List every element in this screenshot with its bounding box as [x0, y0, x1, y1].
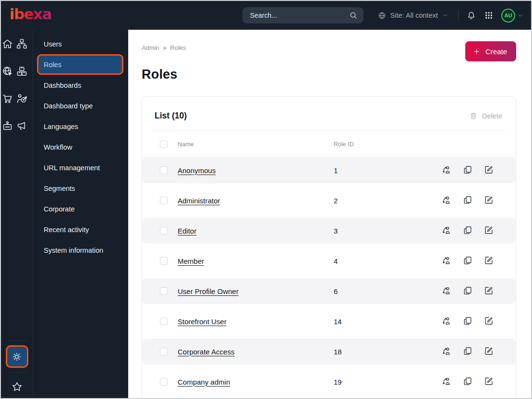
ibexa-logo[interactable]: ibexa [10, 7, 51, 24]
create-button[interactable]: Create [465, 41, 516, 61]
sidebar-item-recent-activity[interactable]: Recent activity [33, 219, 128, 240]
app-switcher-button[interactable] [484, 11, 494, 20]
sidebar-item-label: System information [44, 246, 103, 254]
role-name-link[interactable]: Company admin [178, 378, 230, 386]
rail-bottom [1, 336, 33, 394]
edit-button[interactable] [483, 346, 495, 357]
copy-button[interactable] [462, 195, 473, 206]
select-all-checkbox[interactable] [160, 141, 168, 148]
edit-button[interactable] [483, 195, 495, 206]
row-actions [441, 346, 495, 357]
edit-button[interactable] [483, 285, 495, 297]
role-name-link[interactable]: Editor [178, 227, 196, 235]
row-checkbox[interactable] [160, 257, 168, 265]
assign-button[interactable] [441, 255, 452, 267]
assign-button[interactable] [441, 376, 452, 387]
assign-button[interactable] [441, 316, 452, 327]
sidebar-item-label: Corporate [44, 205, 74, 213]
role-name-link[interactable]: Storefront User [178, 317, 227, 326]
copy-button[interactable] [462, 255, 473, 267]
copy-button[interactable] [462, 225, 473, 236]
row-checkbox[interactable] [160, 197, 168, 204]
copy-icon [462, 285, 473, 296]
role-name-link[interactable]: Anonymous [178, 166, 216, 175]
row-actions [441, 225, 495, 236]
copy-button[interactable] [462, 376, 473, 387]
bookmarks-button[interactable] [11, 381, 23, 393]
sidebar-item-roles[interactable]: Roles [37, 54, 123, 75]
edit-button[interactable] [483, 376, 495, 387]
row-actions [441, 316, 495, 327]
role-id-value: 4 [334, 257, 431, 265]
sidebar-item-languages[interactable]: Languages [33, 116, 128, 137]
table-row: Member 4 [142, 248, 516, 274]
rail-item-site[interactable] [1, 65, 13, 78]
assign-icon [441, 346, 452, 356]
assign-icon [441, 285, 452, 296]
assign-button[interactable] [441, 195, 452, 206]
rail-item-segments[interactable] [15, 93, 28, 105]
assign-icon [441, 164, 452, 175]
edit-button[interactable] [483, 316, 495, 327]
row-checkbox[interactable] [160, 287, 168, 295]
avatar: AU [501, 9, 515, 23]
row-checkbox[interactable] [160, 166, 168, 174]
rail-item-catalog[interactable] [15, 65, 28, 78]
breadcrumb-admin[interactable]: Admin [142, 44, 159, 51]
edit-button[interactable] [483, 225, 495, 236]
edit-icon [484, 316, 494, 326]
row-actions [441, 195, 495, 206]
admin-settings-button[interactable] [6, 345, 28, 368]
role-name-link[interactable]: Administrator [178, 197, 220, 205]
chevron-down-icon [442, 12, 448, 19]
notifications-button[interactable] [466, 11, 476, 21]
sidebar-item-url-management[interactable]: URL management [33, 157, 128, 178]
rail-item-activity[interactable] [15, 120, 28, 132]
breadcrumb: Admin > Roles [142, 41, 186, 51]
row-checkbox[interactable] [160, 317, 168, 325]
role-name-link[interactable]: Corporate Access [178, 348, 234, 356]
site-icon [1, 65, 13, 77]
rail-item-corporate[interactable] [1, 120, 13, 132]
assign-button[interactable] [441, 164, 452, 176]
sidebar-item-system-information[interactable]: System information [33, 240, 128, 260]
role-name-link[interactable]: Member [178, 257, 204, 265]
assign-button[interactable] [441, 225, 452, 236]
ibexa-admin-screen: ibexa Site: All context AU [0, 0, 532, 399]
site-context-dropdown[interactable]: Site: All context [377, 11, 448, 20]
assign-button[interactable] [441, 346, 452, 357]
rail-item-commerce[interactable] [1, 93, 13, 105]
row-checkbox[interactable] [160, 227, 168, 235]
assign-button[interactable] [441, 285, 452, 297]
copy-button[interactable] [462, 316, 473, 327]
sidebar-item-label: Languages [44, 123, 78, 130]
sidebar-item-corporate[interactable]: Corporate [33, 199, 128, 219]
rail-item-home[interactable] [1, 38, 13, 50]
sidebar-item-segments[interactable]: Segments [33, 178, 128, 199]
sidebar-item-dashboard-type[interactable]: Dashboard type [33, 95, 128, 116]
sitemap-icon [16, 38, 28, 50]
table-row: Corporate Access 18 [142, 339, 516, 364]
edit-button[interactable] [483, 164, 495, 176]
create-button-label: Create [485, 47, 507, 56]
table-row: Editor 3 [142, 218, 516, 244]
edit-button[interactable] [483, 255, 495, 267]
search-input[interactable] [250, 12, 349, 19]
user-menu[interactable]: AU [501, 9, 523, 23]
breadcrumb-roles[interactable]: Roles [170, 44, 186, 51]
copy-icon [462, 346, 473, 356]
sidebar-item-dashboards[interactable]: Dashboards [33, 75, 128, 95]
copy-button[interactable] [462, 164, 473, 176]
sidebar-item-label: Dashboards [44, 82, 81, 89]
delete-button[interactable]: Delete [469, 112, 502, 120]
copy-button[interactable] [462, 346, 473, 357]
row-checkbox[interactable] [160, 378, 168, 386]
role-id-value: 1 [334, 166, 431, 175]
assign-icon [441, 316, 452, 326]
sidebar-item-workflow[interactable]: Workflow [33, 137, 128, 157]
rail-item-sitemap[interactable] [15, 38, 28, 50]
role-name-link[interactable]: User Profile Owner [178, 287, 239, 295]
copy-button[interactable] [462, 285, 473, 297]
row-checkbox[interactable] [160, 348, 168, 355]
sidebar-item-users[interactable]: Users [33, 34, 128, 54]
